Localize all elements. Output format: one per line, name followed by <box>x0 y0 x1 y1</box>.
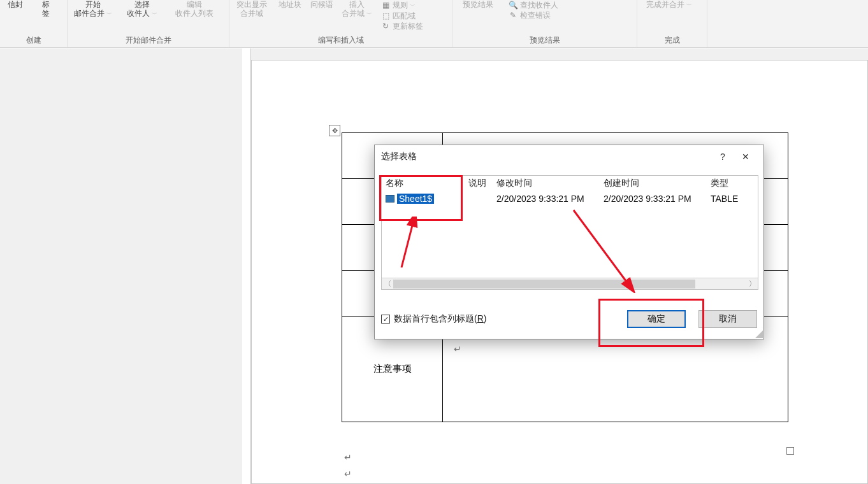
labels-button[interactable]: 标 签 <box>31 0 61 18</box>
help-icon[interactable]: ? <box>711 152 734 162</box>
ribbon-groups: 信封 标 签 创建 开始 邮件合并 选择 收件人 编辑 收件人列表 <box>0 0 868 47</box>
scroll-thumb[interactable] <box>393 280 695 288</box>
cell-text: 注意事项 <box>373 364 412 374</box>
vertical-ruler <box>242 48 251 484</box>
labels-label: 标 签 <box>42 0 50 18</box>
preview-results-label: 预览结果 <box>463 0 493 9</box>
paragraph-mark-icon: ↵ <box>344 452 352 462</box>
group-start-label: 开始邮件合并 <box>68 35 229 46</box>
group-preview-label: 预览结果 <box>452 35 637 46</box>
row-desc <box>465 197 493 200</box>
close-icon[interactable]: ✕ <box>734 152 757 162</box>
select-recipients-button[interactable]: 选择 收件人 <box>119 0 166 18</box>
col-type[interactable]: 类型 <box>707 176 751 190</box>
edit-recipients-label: 编辑 收件人列表 <box>175 0 213 18</box>
checkbox-icon: ✓ <box>381 315 390 324</box>
sheet-icon <box>386 195 394 203</box>
dialog-title: 选择表格 <box>381 151 711 162</box>
paragraph-mark-icon: ↵ <box>454 344 461 354</box>
start-merge-button[interactable]: 开始 邮件合并 <box>68 0 119 18</box>
rules-button[interactable]: ▦规则 ﹀ <box>381 0 416 11</box>
ribbon-group-start: 开始 邮件合并 选择 收件人 编辑 收件人列表 开始邮件合并 <box>68 0 229 47</box>
insert-merge-field-label: 插入 合并域 <box>342 0 372 18</box>
scroll-left-icon[interactable]: 〈 <box>382 279 393 288</box>
edit-recipients-button[interactable]: 编辑 收件人列表 <box>166 0 223 18</box>
preview-results-button[interactable]: 预览结果 <box>452 0 503 9</box>
ok-button[interactable]: 确定 <box>627 310 686 328</box>
sheet-name: Sheet1$ <box>397 194 434 204</box>
group-write-label: 编写和插入域 <box>229 35 452 46</box>
envelope-button[interactable]: 信封 <box>0 0 31 9</box>
group-finish-label: 完成 <box>637 35 707 46</box>
preview-stack: 🔍查找收件人 ✎检查错误 <box>503 0 631 20</box>
check-errors-button[interactable]: ✎检查错误 <box>509 10 551 20</box>
write-stack: ▦规则 ﹀ ⬚匹配域 ↻更新标签 <box>376 0 446 31</box>
address-block-label: 地址块 <box>278 0 301 9</box>
horizontal-scrollbar[interactable]: 〈 〉 <box>382 278 758 289</box>
address-block-button[interactable]: 地址块 <box>274 0 306 9</box>
table-resize-handle[interactable] <box>786 447 794 455</box>
match-fields-button[interactable]: ⬚匹配域 <box>381 11 416 21</box>
dialog-footer: ✓ 数据首行包含列标题(R) 确定 取消 <box>381 304 757 334</box>
ribbon-group-finish: 完成并合并 完成 <box>637 0 707 47</box>
paragraph-mark-icon: ↵ <box>344 469 352 479</box>
dialog-resize-handle[interactable] <box>754 329 763 338</box>
select-table-dialog: 选择表格 ? ✕ 名称 说明 修改时间 创建时间 类型 Sheet1$ 2/20… <box>374 145 764 339</box>
ribbon-group-create: 信封 标 签 创建 <box>0 0 68 47</box>
table-list[interactable]: 名称 说明 修改时间 创建时间 类型 Sheet1$ 2/20/2023 9:3… <box>381 175 758 290</box>
row-created: 2/20/2023 9:33:21 PM <box>600 192 707 205</box>
table-row-item[interactable]: Sheet1$ 2/20/2023 9:33:21 PM 2/20/2023 9… <box>382 191 758 206</box>
select-recipients-label: 选择 收件人 <box>127 0 157 18</box>
find-recipient-button[interactable]: 🔍查找收件人 <box>509 0 558 10</box>
scroll-track-gap <box>695 280 746 288</box>
row-modified: 2/20/2023 9:33:21 PM <box>493 192 600 205</box>
checkbox-label: 数据首行包含列标题(R) <box>394 313 486 325</box>
group-create-label: 创建 <box>0 35 67 46</box>
ribbon: 信封 标 签 创建 开始 邮件合并 选择 收件人 编辑 收件人列表 <box>0 0 868 48</box>
col-created[interactable]: 创建时间 <box>600 176 707 190</box>
scroll-right-icon[interactable]: 〉 <box>746 279 758 288</box>
dialog-titlebar[interactable]: 选择表格 ? ✕ <box>375 145 763 168</box>
ribbon-group-write: 突出显示 合并域 地址块 问候语 插入 合并域 ▦规则 ﹀ ⬚匹配域 ↻更新标签… <box>229 0 452 47</box>
envelope-label: 信封 <box>8 0 23 9</box>
col-name[interactable]: 名称 <box>382 176 465 190</box>
cancel-button[interactable]: 取消 <box>698 310 757 328</box>
highlight-fields-button[interactable]: 突出显示 合并域 <box>229 0 274 18</box>
col-modified[interactable]: 修改时间 <box>493 176 600 190</box>
table-move-handle[interactable]: ✥ <box>329 125 340 136</box>
greeting-line-label: 问候语 <box>310 0 333 9</box>
column-headers[interactable]: 名称 说明 修改时间 创建时间 类型 <box>382 176 758 191</box>
highlight-fields-label: 突出显示 合并域 <box>236 0 267 18</box>
first-row-headers-checkbox[interactable]: ✓ 数据首行包含列标题(R) <box>381 313 486 325</box>
col-desc[interactable]: 说明 <box>465 176 493 190</box>
update-labels-button[interactable]: ↻更新标签 <box>381 21 423 31</box>
ribbon-group-preview: 预览结果 🔍查找收件人 ✎检查错误 预览结果 <box>452 0 637 47</box>
insert-merge-field-button[interactable]: 插入 合并域 <box>338 0 376 18</box>
start-merge-label: 开始 邮件合并 <box>74 0 112 18</box>
finish-merge-label: 完成并合并 <box>646 0 692 10</box>
row-type: TABLE <box>707 192 751 205</box>
greeting-line-button[interactable]: 问候语 <box>306 0 338 9</box>
finish-merge-button[interactable]: 完成并合并 <box>637 0 701 10</box>
